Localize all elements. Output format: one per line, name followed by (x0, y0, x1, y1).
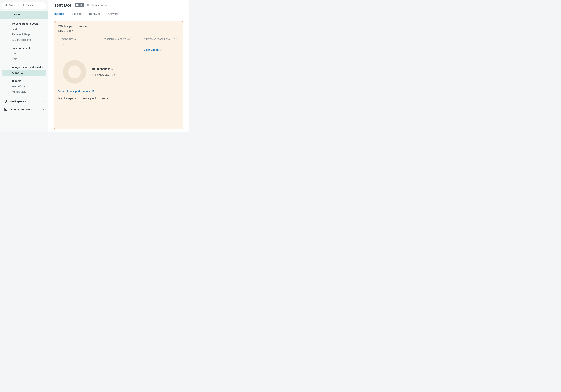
search-input[interactable] (9, 4, 43, 7)
card-label: Automated resolutions (144, 38, 170, 41)
info-icon[interactable]: i (75, 30, 77, 32)
card-label: Transferred to agent (102, 38, 126, 41)
group-talk-title: Talk and email (0, 46, 48, 51)
svg-point-0 (5, 4, 7, 6)
chevron-down-icon (42, 108, 44, 111)
nav-channels[interactable]: Channels (0, 11, 48, 19)
nav-channels-label: Channels (10, 13, 22, 16)
group-ai-title: AI agents and automation (0, 65, 48, 70)
info-icon[interactable]: i (77, 38, 79, 40)
search-input-wrapper[interactable] (2, 2, 46, 9)
sidebar-item-web-widget[interactable]: Web Widget (0, 84, 48, 89)
legend-dot (92, 74, 94, 75)
sidebar-item-mobile-sdk[interactable]: Mobile SDK (0, 89, 48, 95)
tab-insights[interactable]: Insights (54, 12, 64, 18)
channel-status-text: No channels connected (87, 4, 114, 7)
nav-workspaces-label: Workspaces (10, 100, 26, 103)
sidebar-item-talk[interactable]: Talk (0, 51, 48, 56)
group-messaging-title: Messaging and social (0, 21, 48, 26)
tab-bar: Insights Settings Behavior Answers (48, 8, 189, 18)
sidebar-item-text[interactable]: Text (0, 26, 48, 32)
nav-objects-label: Objects and rules (10, 108, 33, 111)
svg-point-6 (6, 110, 7, 111)
svg-line-1 (6, 6, 7, 6)
svg-rect-2 (4, 100, 7, 102)
sidebar-item-ai-agents[interactable]: AI agents (2, 70, 46, 75)
view-all-bots-label: View all bots' performance (58, 90, 91, 93)
sidebar-item-x-corp[interactable]: X Corp accounts (0, 37, 48, 43)
tab-behavior[interactable]: Behavior (89, 12, 100, 18)
group-classic-title: Classic (0, 78, 48, 84)
sidebar: Channels Messaging and social Text Faceb… (0, 0, 48, 132)
panel-title: 30-day performance (58, 24, 179, 28)
card-value: - (102, 43, 135, 47)
performance-panel: 30-day performance Nov 5–Dec 4 i Active … (54, 21, 183, 129)
svg-point-5 (4, 108, 5, 109)
page-title: Test Bot (54, 3, 71, 8)
info-icon[interactable]: i (111, 68, 114, 70)
view-usage-link[interactable]: View usage (144, 48, 162, 51)
view-usage-label: View usage (144, 48, 159, 51)
donut-chart (63, 60, 86, 84)
nav-objects-rules[interactable]: Objects and rules (0, 106, 48, 114)
card-transferred: Transferred to agent i - (99, 35, 138, 54)
nav-workspaces[interactable]: Workspaces (0, 97, 48, 106)
main-content: Test Bot Draft No channels connected Ins… (48, 0, 189, 132)
card-active-users: Active users i 0 (58, 35, 97, 54)
next-steps-title: Next steps to improve performance (58, 96, 179, 100)
sidebar-item-facebook-pages[interactable]: Facebook Pages (0, 32, 48, 37)
monitor-icon (3, 100, 7, 103)
card-automated-resolutions: i Automated resolutions - View usage (140, 35, 179, 54)
info-icon[interactable]: i (174, 38, 177, 40)
date-range: Nov 5–Dec 4 (58, 29, 74, 32)
sidebar-item-email[interactable]: Email (0, 56, 48, 62)
info-icon[interactable]: i (127, 38, 130, 40)
tab-settings[interactable]: Settings (71, 12, 82, 18)
card-value: 0 (61, 43, 94, 47)
route-icon (3, 108, 7, 111)
card-label: Active users (61, 38, 76, 41)
tab-answers[interactable]: Answers (107, 12, 119, 18)
chevron-up-icon (42, 13, 44, 16)
chart-title: Bot responses (92, 67, 110, 71)
chevron-down-icon (42, 100, 44, 103)
external-link-icon (92, 90, 94, 93)
chart-empty-text: No data available (95, 73, 116, 76)
card-value: - (144, 43, 176, 47)
external-link-icon (160, 48, 162, 51)
bot-responses-chart: Bot responses i No data available (58, 56, 140, 87)
arrows-exchange-icon (3, 13, 7, 16)
view-all-bots-link[interactable]: View all bots' performance (58, 90, 94, 93)
search-icon (5, 4, 7, 7)
status-badge-draft: Draft (75, 3, 84, 7)
